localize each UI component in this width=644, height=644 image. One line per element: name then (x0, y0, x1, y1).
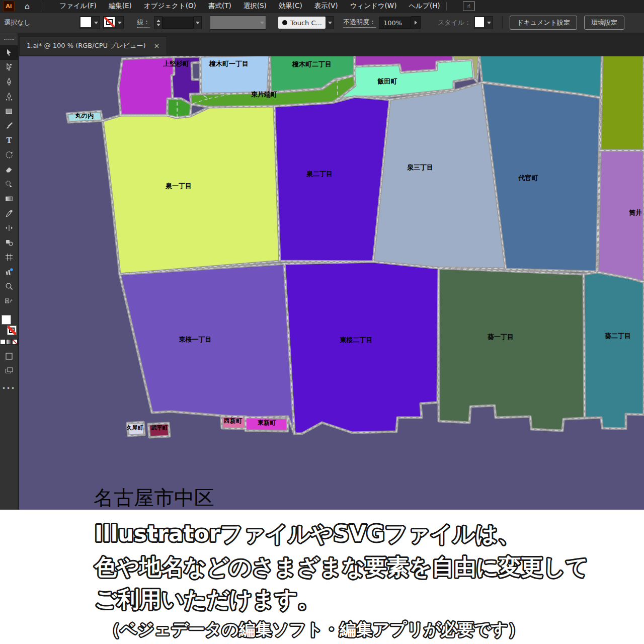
graph-tool[interactable] (0, 264, 18, 279)
gradient-tool[interactable] (0, 191, 18, 206)
menu-item-7[interactable]: ウィンドウ(W) (350, 2, 397, 11)
district-label-daikancho: 代官町 (518, 174, 538, 182)
eyedropper-tool[interactable] (0, 206, 18, 220)
menu-items: ファイル(F)編集(E)オブジェクト(O)書式(T)選択(S)効果(C)表示(V… (59, 2, 440, 11)
opacity-label[interactable]: 不透明度： (343, 18, 376, 28)
menu-bar: Ai ⌂ ファイル(F)編集(E)オブジェクト(O)書式(T)選択(S)効果(C… (0, 0, 644, 12)
artboard-tool[interactable] (0, 250, 18, 264)
screen-mode-button[interactable] (0, 363, 18, 378)
district-green-patch[interactable] (167, 99, 191, 118)
shape-builder-tool[interactable] (0, 177, 18, 191)
menu-item-2[interactable]: オブジェクト(O) (144, 2, 196, 11)
chevron-down-icon[interactable] (485, 17, 493, 29)
caption-line-2: 色や地名などのさまざまな要素を自由に変更して (94, 554, 588, 580)
district-label-higashi-kataha: 東片端町 (251, 91, 277, 98)
district-label-izumi-3: 泉三丁目 (407, 164, 433, 171)
menu-item-0[interactable]: ファイル(F) (59, 2, 97, 11)
district-izumi-2[interactable] (274, 97, 390, 262)
caption-line-3: ご利用いただけます。 (95, 586, 319, 612)
document-tab-bar: 1.ai* @ 100 % (RGB/CPU プレビュー) × (0, 33, 644, 56)
color-mode-buttons[interactable] (0, 339, 18, 345)
illustrator-logo-icon: Ai (3, 1, 15, 12)
stroke-swatch[interactable] (7, 326, 17, 335)
controlbar-divider (502, 16, 503, 29)
brush-definition-dropdown[interactable] (210, 16, 266, 30)
preferences-button[interactable]: 環境設定 (584, 16, 624, 30)
menu-item-6[interactable]: 表示(V) (314, 2, 338, 11)
stroke-weight-label[interactable]: 線： (137, 18, 150, 28)
stroke-color-dropdown[interactable] (103, 16, 124, 29)
eraser-tool[interactable] (0, 162, 18, 177)
document-canvas[interactable]: 上堅杉町橦木町一丁目橦木町二丁目飯田町東片端町丸の内泉一丁目泉二丁目泉三丁目代官… (19, 56, 644, 510)
chevron-down-icon (258, 16, 266, 29)
district-aoi-1[interactable] (439, 268, 585, 431)
rotate-tool[interactable] (0, 147, 18, 162)
caption-artwork: IllustratorファイルやSVGファイルは、 色や地名などのさまざまな要素… (0, 510, 644, 644)
chevron-down-icon[interactable] (115, 17, 123, 29)
menubar-divider-2 (446, 2, 447, 11)
fill-swatch[interactable] (2, 315, 11, 325)
panel-drag-handle-icon[interactable] (4, 39, 14, 40)
opacity-input[interactable]: 100% (379, 17, 411, 29)
style-swatch[interactable] (475, 17, 484, 27)
close-icon[interactable]: × (154, 42, 160, 50)
direct-selection-tool[interactable] (0, 60, 18, 74)
district-label-aoi-1: 葵一丁目 (487, 333, 514, 341)
fill-stroke-indicator[interactable] (2, 313, 17, 335)
menu-item-3[interactable]: 書式(T) (208, 2, 231, 11)
symbol-sprayer-tool[interactable] (0, 235, 18, 250)
menu-item-1[interactable]: 編集(E) (109, 2, 132, 11)
color-button[interactable] (0, 339, 6, 345)
chevron-down-icon[interactable] (326, 16, 334, 29)
district-olive-right[interactable] (600, 56, 644, 150)
more-tools-button[interactable]: ••• (2, 385, 16, 392)
type-tool[interactable]: T (0, 133, 18, 147)
district-label-shumoku-1: 橦木町一丁目 (209, 60, 249, 67)
draw-mode-button[interactable] (0, 349, 18, 363)
district-label-nishishincho: 西新町 (223, 417, 243, 424)
control-bar: 選択なし 線： Touch C... 不透明度： 100% スタイル： ドキ (0, 12, 644, 33)
menu-item-8[interactable]: ヘルプ(H) (409, 2, 440, 11)
menubar-divider (44, 2, 44, 11)
menu-item-4[interactable]: 選択(S) (244, 2, 267, 11)
district-label-hisayacho: 久屋町 (126, 425, 144, 431)
pen-tool[interactable] (0, 74, 18, 89)
gradient-button[interactable] (6, 339, 12, 345)
touch-type-preset[interactable]: Touch C... (278, 17, 326, 29)
touch-workspace-icon[interactable]: ☝ (463, 1, 475, 11)
district-label-shumoku-2: 橦木町二丁目 (292, 60, 332, 68)
paintbrush-tool[interactable] (0, 118, 18, 133)
touch-type-value: Touch C... (290, 19, 322, 27)
district-aoi-2[interactable] (584, 272, 644, 429)
illustrator-window: Ai ⌂ ファイル(F)編集(E)オブジェクト(O)書式(T)選択(S)効果(C… (0, 0, 644, 644)
opacity-expand-button[interactable] (411, 16, 421, 29)
map-artwork: 上堅杉町橦木町一丁目橦木町二丁目飯田町東片端町丸の内泉一丁目泉二丁目泉三丁目代官… (19, 56, 644, 510)
chevron-down-icon[interactable] (92, 17, 100, 29)
stroke-color-swatch[interactable] (104, 17, 115, 27)
zoom-tool[interactable] (0, 279, 18, 293)
district-label-kami-tatesugi: 上堅杉町 (163, 60, 189, 67)
width-tool[interactable] (0, 220, 18, 235)
document-setup-button[interactable]: ドキュメント設定 (510, 16, 577, 30)
none-button[interactable] (12, 339, 18, 345)
style-dropdown[interactable] (474, 16, 493, 29)
district-label-higashishincho: 東新町 (257, 419, 276, 426)
district-higashisakura-2[interactable] (284, 262, 439, 434)
export-rotate-view-tools[interactable] (0, 293, 18, 308)
document-tab[interactable]: 1.ai* @ 100 % (RGB/CPU プレビュー) × (19, 36, 167, 55)
home-icon[interactable]: ⌂ (25, 2, 30, 11)
fill-color-dropdown[interactable] (79, 16, 100, 29)
stroke-weight-stepper[interactable] (154, 16, 163, 29)
stroke-weight-input[interactable] (163, 17, 194, 29)
style-label: スタイル： (438, 18, 471, 27)
map-title[interactable]: 名古屋市中区 (94, 486, 214, 509)
district-izumi-1[interactable] (103, 106, 280, 274)
fill-color-swatch[interactable] (80, 17, 91, 27)
district-label-izumi-1: 泉一丁目 (165, 182, 192, 190)
caption-line-4: （ベジェデータの編集ソフト・編集アプリが必要です） (104, 619, 525, 639)
menu-item-5[interactable]: 効果(C) (279, 2, 302, 11)
curvature-tool[interactable] (0, 89, 18, 104)
chevron-down-icon[interactable] (194, 16, 202, 29)
rectangle-tool[interactable] (0, 104, 18, 118)
selection-tool[interactable] (0, 45, 18, 60)
